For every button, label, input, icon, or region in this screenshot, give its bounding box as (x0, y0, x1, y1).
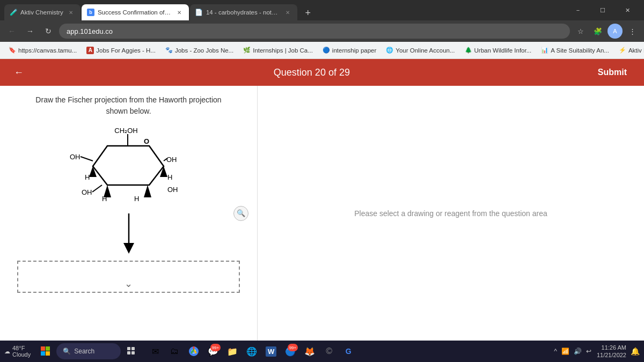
clock-date: 11/21/2022 (597, 351, 626, 359)
tray-expand-icon[interactable]: ^ (553, 346, 558, 356)
svg-rect-9 (46, 351, 50, 356)
bookmark-site-suitability[interactable]: 📊 A Site Suitability An... (537, 45, 613, 56)
bookmark-star-icon[interactable]: ☆ (573, 24, 588, 39)
taskbar: ☁ 48°F Cloudy 🔍 Search ✉ � (0, 341, 644, 362)
taskbar-search-label: Search (74, 348, 94, 355)
address-right-icons: ☆ 🧩 A ⋮ (573, 24, 640, 39)
wifi-icon[interactable]: 📶 (560, 346, 570, 356)
taskbar-app-copyright[interactable]: © (320, 343, 338, 360)
tab-favicon-2: b (87, 9, 94, 16)
taskbar-search-box[interactable]: 🔍 Search (56, 343, 121, 359)
tab-carbohydrates-pdf[interactable]: 📄 14 - carbohydrates - notes.pdf: 2 ✕ (190, 4, 297, 20)
bookmark-online-account[interactable]: 🌐 Your Online Accoun... (382, 45, 459, 56)
bookmark-aktiv-learning[interactable]: ⚡ Aktiv Learning (614, 45, 644, 56)
taskbar-task-view[interactable] (123, 343, 140, 360)
ch2oh-label: CH₂OH (114, 127, 137, 135)
word-icon: W (266, 346, 276, 357)
close-window-button[interactable]: ✕ (615, 2, 640, 18)
h-wedge-right (160, 166, 167, 177)
refresh-button[interactable]: ↻ (41, 24, 56, 39)
browser-menu-icon[interactable]: ⋮ (625, 24, 640, 39)
bookmark-aktiv-icon: ⚡ (619, 47, 626, 54)
bookmark-zoo-jobs[interactable]: 🐾 Jobs - Zoo Jobs Ne... (161, 45, 238, 56)
bookmark-urban-wildlife[interactable]: 🌲 Urban Wildlife Infor... (460, 45, 536, 56)
taskbar-app-messages[interactable]: 💬 99+ (204, 343, 222, 360)
question-text-line2: shown below. (106, 107, 151, 115)
notifications-icon[interactable]: 🔔 (631, 347, 640, 356)
maximize-button[interactable]: ☐ (590, 2, 615, 18)
taskbar-app-word[interactable]: W (262, 343, 280, 360)
bookmark-canvas[interactable]: 🔖 https://canvas.tamu... (4, 45, 81, 56)
taskbar-app-edge[interactable]: 🌐 (243, 343, 260, 360)
bookmark-internship-paper[interactable]: 🔵 internship paper (318, 45, 380, 56)
bookmark-urban-wildlife-icon: 🌲 (465, 47, 472, 54)
taskbar-app-firefox[interactable]: 🦊 (301, 343, 318, 360)
bookmark-online-account-icon: 🌐 (386, 47, 393, 54)
taskbar-clock[interactable]: 11:26 AM 11/21/2022 (597, 344, 626, 359)
bookmark-zoo-label: Jobs - Zoo Jobs Ne... (175, 47, 233, 54)
bookmark-jobs-aggies[interactable]: A Jobs For Aggies - H... (82, 45, 160, 56)
h-wedge-left (89, 166, 97, 177)
weather-temp: 48°F (12, 345, 31, 351)
weather-icon: ☁ (4, 348, 10, 355)
user-profile-icon[interactable]: A (608, 24, 623, 39)
bookmark-internship-paper-icon: 🔵 (323, 47, 330, 54)
submit-button[interactable]: Submit (591, 64, 633, 80)
taskbar-app-chrome[interactable] (185, 343, 202, 360)
answer-box[interactable]: ⌄ (17, 261, 240, 293)
taskbar-app-files[interactable]: 🗂 (166, 343, 183, 360)
mail-icon: ✉ (152, 346, 159, 357)
undo-icon[interactable]: ↩ (585, 346, 592, 356)
taskbar-tray: ^ 📶 🔊 ↩ (553, 346, 592, 356)
bookmark-zoo-icon: 🐾 (165, 47, 173, 54)
bookmarks-bar: 🔖 https://canvas.tamu... A Jobs For Aggi… (0, 42, 644, 59)
volume-icon[interactable]: 🔊 (573, 346, 583, 356)
folder-icon: 📁 (227, 346, 238, 357)
taskbar-app-teams[interactable]: 🔵 99+ (282, 343, 299, 360)
zoom-button[interactable]: 🔍 (233, 206, 248, 221)
taskbar-app-mail[interactable]: ✉ (147, 343, 164, 360)
tab-close-3[interactable]: ✕ (283, 8, 292, 17)
question-text-line1: Draw the Fischer projection from the Haw… (35, 95, 221, 104)
address-bar: ← → ↻ ☆ 🧩 A ⋮ (0, 20, 644, 42)
bookmark-site-suitability-label: A Site Suitability An... (551, 47, 609, 54)
ring-polygon (93, 146, 164, 185)
drawing-area[interactable]: Please select a drawing or reagent from … (258, 86, 644, 341)
app-back-button[interactable]: ← (11, 64, 27, 80)
taskbar-app-google[interactable]: G (340, 343, 357, 360)
window-controls: − ☐ ✕ (566, 2, 640, 20)
svg-rect-11 (131, 347, 135, 350)
task-view-icon (127, 347, 136, 356)
copyright-icon: © (326, 346, 332, 356)
bookmark-canvas-icon: 🔖 (9, 47, 16, 54)
bookmark-jobs-aggies-icon: A (86, 47, 94, 54)
tab-aktiv-chemistry[interactable]: 🧪 Aktiv Chemistry ✕ (4, 4, 80, 20)
new-tab-button[interactable]: + (301, 5, 316, 20)
tab-title-3: 14 - carbohydrates - notes.pdf: 2 (206, 9, 280, 16)
taskbar-weather: ☁ 48°F Cloudy (4, 345, 31, 358)
back-button[interactable]: ← (4, 24, 19, 39)
tab-close-2[interactable]: ✕ (175, 8, 184, 17)
expand-chevron-icon[interactable]: ⌄ (125, 278, 133, 290)
forward-button[interactable]: → (23, 24, 38, 39)
taskbar-apps: ✉ 🗂 💬 99+ 📁 🌐 W (147, 343, 357, 360)
h-wedge-bottom-left (104, 185, 111, 197)
molecule-container: CH₂OH O OH OH OH (9, 123, 248, 209)
question-panel: Draw the Fischer projection from the Haw… (0, 86, 258, 341)
question-progress-label: Question 20 of 29 (32, 67, 591, 78)
start-button[interactable] (37, 343, 54, 360)
extensions-icon[interactable]: 🧩 (590, 24, 605, 39)
content-area: Draw the Fischer projection from the Haw… (0, 86, 644, 341)
tab-success-confirmation[interactable]: b Success Confirmation of Questio... ✕ (82, 4, 189, 20)
tab-close-1[interactable]: ✕ (67, 8, 75, 17)
bookmark-urban-wildlife-label: Urban Wildlife Infor... (474, 47, 532, 54)
oh-left-top-label: OH (70, 153, 80, 161)
minimize-button[interactable]: − (566, 2, 590, 18)
bookmark-internships[interactable]: 🌿 Internships | Job Ca... (239, 45, 317, 56)
question-prompt: Draw the Fischer projection from the Haw… (9, 94, 248, 117)
taskbar-app-folder[interactable]: 📁 (224, 343, 241, 360)
google-icon: G (346, 347, 352, 356)
bookmark-canvas-label: https://canvas.tamu... (18, 47, 77, 54)
address-input[interactable] (59, 24, 570, 39)
profile-avatar[interactable]: A (608, 24, 623, 39)
